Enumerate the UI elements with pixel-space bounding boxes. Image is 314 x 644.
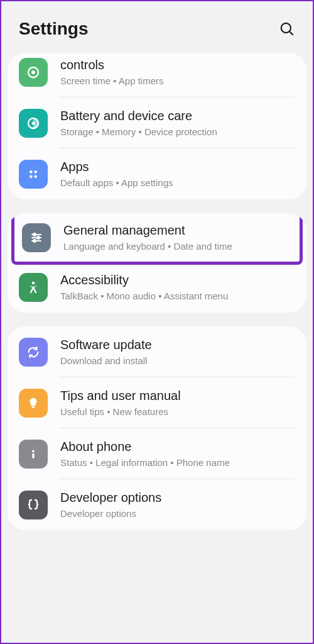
- braces-icon: [19, 491, 48, 519]
- item-text: Battery and device care Storage • Memory…: [60, 108, 298, 138]
- item-text: Tips and user manual Useful tips • New f…: [60, 387, 298, 418]
- apps-icon: [19, 160, 48, 189]
- item-subtitle: Download and install: [60, 354, 298, 367]
- settings-item-general-management[interactable]: General management Language and keyboard…: [14, 213, 300, 262]
- svg-point-3: [31, 70, 35, 74]
- item-title: Software update: [60, 336, 298, 353]
- settings-item-apps[interactable]: Apps Default apps • App settings: [8, 148, 306, 199]
- svg-line-1: [290, 31, 293, 35]
- svg-point-7: [34, 170, 37, 174]
- svg-point-11: [33, 233, 36, 236]
- settings-group-1: controls Screen time • App timers Batter…: [8, 53, 306, 199]
- item-subtitle: Useful tips • New features: [60, 405, 298, 418]
- settings-item-software-update[interactable]: Software update Download and install: [8, 326, 306, 377]
- info-icon: [19, 440, 48, 469]
- update-icon: [19, 338, 48, 367]
- item-subtitle: Developer options: [60, 507, 298, 520]
- svg-point-6: [30, 170, 33, 174]
- svg-point-13: [37, 236, 40, 239]
- item-text: Accessibility TalkBack • Mono audio • As…: [60, 272, 298, 303]
- svg-point-0: [281, 23, 291, 33]
- svg-rect-19: [32, 453, 34, 458]
- item-text: Software update Download and install: [60, 336, 298, 367]
- settings-group-2: General management Language and keyboard…: [8, 213, 306, 313]
- svg-point-16: [32, 281, 35, 284]
- settings-item-controls[interactable]: controls Screen time • App timers: [8, 53, 306, 97]
- hourglass-icon: [19, 58, 48, 87]
- item-title: Battery and device care: [60, 108, 298, 124]
- item-title: Apps: [60, 158, 298, 175]
- search-button[interactable]: [279, 21, 295, 37]
- item-text: Developer options Developer options: [60, 489, 298, 520]
- item-title: controls: [60, 57, 298, 73]
- lightbulb-icon: [19, 389, 48, 418]
- header: Settings: [1, 1, 313, 53]
- page-title: Settings: [19, 19, 88, 39]
- highlight-general-management: General management Language and keyboard…: [11, 213, 303, 265]
- item-title: Tips and user manual: [60, 387, 298, 404]
- accessibility-icon: [19, 273, 48, 302]
- settings-item-developer-options[interactable]: Developer options Developer options: [8, 479, 306, 530]
- svg-rect-17: [32, 406, 35, 408]
- svg-point-15: [33, 240, 36, 242]
- svg-point-8: [30, 175, 33, 178]
- item-text: controls Screen time • App timers: [60, 57, 298, 87]
- settings-item-accessibility[interactable]: Accessibility TalkBack • Mono audio • As…: [8, 262, 306, 313]
- svg-point-9: [34, 175, 37, 178]
- item-subtitle: Screen time • App timers: [60, 74, 298, 87]
- item-subtitle: Status • Legal information • Phone name: [60, 456, 298, 469]
- settings-item-about-phone[interactable]: About phone Status • Legal information •…: [8, 428, 306, 479]
- settings-item-battery[interactable]: Battery and device care Storage • Memory…: [8, 97, 306, 148]
- settings-group-3: Software update Download and install Tip…: [8, 326, 306, 530]
- item-subtitle: Language and keyboard • Date and time: [63, 240, 295, 253]
- item-text: Apps Default apps • App settings: [60, 158, 298, 189]
- settings-item-tips[interactable]: Tips and user manual Useful tips • New f…: [8, 377, 306, 428]
- item-text: General management Language and keyboard…: [63, 222, 295, 253]
- item-title: General management: [63, 222, 295, 238]
- item-text: About phone Status • Legal information •…: [60, 438, 298, 469]
- item-title: About phone: [60, 438, 298, 455]
- item-subtitle: Default apps • App settings: [60, 176, 298, 189]
- sliders-icon: [22, 223, 51, 252]
- device-care-icon: [19, 109, 48, 138]
- item-subtitle: TalkBack • Mono audio • Assistant menu: [60, 289, 298, 303]
- svg-point-18: [32, 450, 35, 452]
- item-title: Accessibility: [60, 272, 298, 288]
- item-subtitle: Storage • Memory • Device protection: [60, 125, 298, 138]
- item-title: Developer options: [60, 489, 298, 506]
- svg-point-5: [32, 121, 35, 125]
- search-icon: [279, 21, 295, 37]
